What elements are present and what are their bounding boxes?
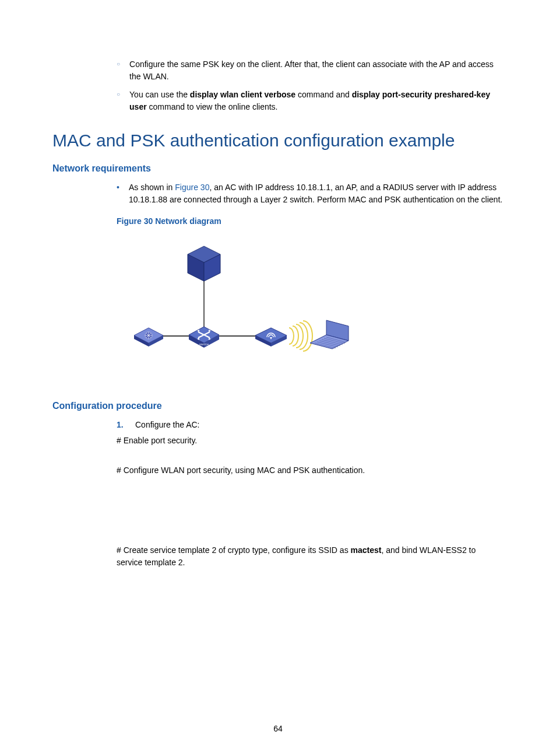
step-detail: # Create service template 2 of crypto ty… bbox=[117, 544, 504, 569]
sub-bullet-item: ○ You can use the display wlan client ve… bbox=[117, 89, 504, 113]
wireless-signal-icon bbox=[289, 321, 312, 351]
bullet-text: As shown in Figure 30, an AC with IP add… bbox=[129, 181, 504, 206]
switch-icon: SWITCH bbox=[189, 327, 219, 348]
bullet-text: You can use the display wlan client verb… bbox=[129, 89, 504, 113]
sub-bullet-item: ○ Configure the same PSK key on the clie… bbox=[117, 58, 504, 83]
requirement-bullet: • As shown in Figure 30, an AC with IP a… bbox=[117, 181, 504, 206]
text-span: # Create service template 2 of crypto ty… bbox=[117, 545, 351, 555]
text-span: You can use the bbox=[129, 90, 190, 99]
laptop-icon bbox=[310, 320, 349, 349]
bold-ssid: mactest bbox=[351, 545, 382, 555]
server-icon bbox=[188, 246, 220, 281]
figure-link[interactable]: Figure 30 bbox=[175, 183, 209, 192]
access-point-icon bbox=[255, 328, 287, 346]
subsection-heading: Network requirements bbox=[52, 162, 504, 176]
network-diagram: SWITCH bbox=[117, 236, 504, 376]
step-detail: # Configure WLAN port security, using MA… bbox=[117, 464, 504, 477]
text-span: command to view the online clients. bbox=[147, 102, 278, 111]
step-detail: # Enable port security. bbox=[117, 435, 504, 447]
intro-sub-bullets: ○ Configure the same PSK key on the clie… bbox=[117, 58, 504, 113]
svg-text:SWITCH: SWITCH bbox=[199, 343, 209, 346]
circle-bullet-icon: ○ bbox=[117, 89, 120, 113]
bold-command: display wlan client verbose bbox=[190, 90, 295, 99]
subsection-heading: Configuration procedure bbox=[52, 399, 504, 413]
dot-bullet-icon: • bbox=[117, 181, 119, 206]
circle-bullet-icon: ○ bbox=[117, 58, 120, 83]
step-number: 1. bbox=[117, 419, 126, 431]
text-span: As shown in bbox=[129, 183, 175, 192]
procedure-step: 1. Configure the AC: bbox=[117, 419, 504, 431]
text-span: command and bbox=[295, 90, 352, 99]
section-heading: MAC and PSK authentication configuration… bbox=[52, 127, 504, 153]
figure-caption: Figure 30 Network diagram bbox=[117, 215, 504, 228]
page-number: 64 bbox=[0, 723, 556, 735]
step-text: Configure the AC: bbox=[135, 419, 504, 431]
bullet-text: Configure the same PSK key on the client… bbox=[129, 58, 504, 83]
device-icon bbox=[134, 328, 163, 346]
